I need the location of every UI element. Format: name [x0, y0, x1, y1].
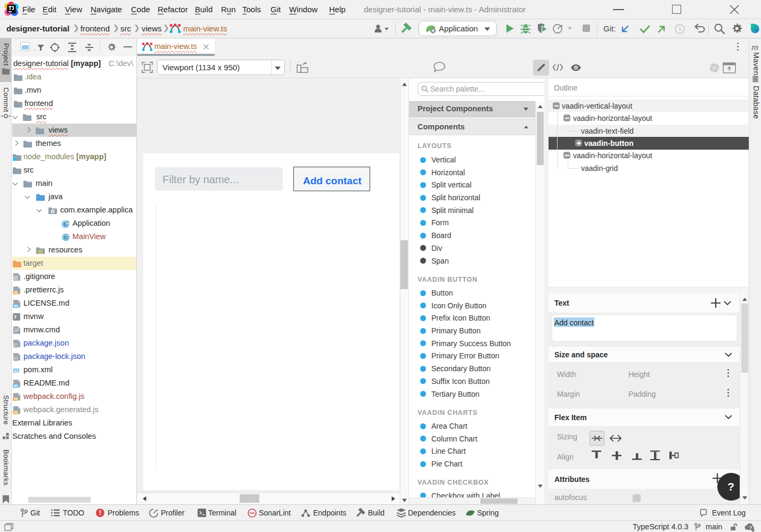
svg-text:C: C	[64, 234, 68, 240]
svg-text:?: ?	[749, 525, 752, 530]
